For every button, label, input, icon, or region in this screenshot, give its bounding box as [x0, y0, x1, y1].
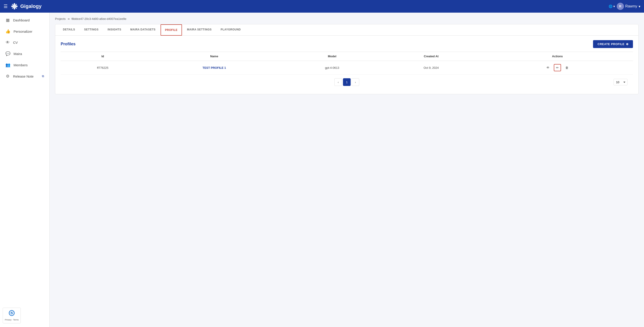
cell-name: TEST PROFILE 1 [145, 61, 284, 75]
sidebar-item-label: Dashboard [13, 18, 44, 22]
tab-playground[interactable]: PLAYGROUND [217, 24, 245, 36]
recaptcha-badge: Privacy · Terms [3, 308, 21, 324]
sidebar-item-cv[interactable]: 👁 CV [0, 37, 50, 48]
language-dropdown-chevron: ▾ [613, 4, 615, 8]
tab-insights[interactable]: INSIGHTS [104, 24, 125, 36]
breadcrumb-arrow: ➜ [68, 17, 70, 20]
create-profile-button[interactable]: CREATE PROFILE ⊕ [593, 40, 633, 48]
user-name: Rawmy [625, 4, 637, 8]
sidebar-item-members[interactable]: 👥 Members [0, 59, 50, 70]
sidebar-item-label: Maira [14, 52, 44, 56]
breadcrumb-projects[interactable]: Projects [55, 17, 66, 20]
tab-maira-datasets[interactable]: MAIRA DATASETS [126, 24, 160, 36]
members-icon: 👥 [6, 62, 10, 68]
svg-point-1 [14, 3, 15, 4]
cell-model: gpt-4-0613 [284, 61, 381, 75]
chat-icon: 💬 [6, 51, 10, 56]
globe-icon: 🌐 [608, 4, 612, 8]
recaptcha-text: Privacy · Terms [5, 319, 18, 321]
user-menu[interactable]: R Rawmy ▾ [617, 3, 640, 10]
col-header-id: Id [61, 52, 145, 61]
language-selector[interactable]: 🌐 ▾ [608, 4, 615, 8]
table-row: ff776225 TEST PROFILE 1 gpt-4-0613 Oct 9… [61, 61, 633, 75]
svg-point-7 [12, 8, 13, 8]
external-link-icon: ⧉ [42, 74, 44, 78]
breadcrumb: Projects ➜ f8ddce47-20c3-4d00-a6ee-d4007… [55, 17, 638, 20]
sidebar-item-label: Personalizer [14, 30, 44, 34]
sidebar-item-maira[interactable]: 💬 Maira [0, 48, 50, 59]
sidebar-item-label: Members [14, 63, 44, 67]
main-content: Projects ➜ f8ddce47-20c3-4d00-a6ee-d4007… [50, 13, 644, 327]
sidebar-item-dashboard[interactable]: ▦ Dashboard [0, 14, 50, 26]
cell-created-at: Oct 9, 2024 [381, 61, 482, 75]
plus-circle-icon: ⊕ [626, 42, 629, 46]
tab-profile[interactable]: PROFILE [160, 24, 182, 36]
sidebar-item-label: Release Note [13, 74, 39, 78]
profiles-title: Profiles [61, 42, 76, 46]
logo-icon [10, 2, 18, 10]
view-profile-button[interactable]: 👁 [544, 64, 552, 71]
page-size-selector[interactable]: 10 25 50 100 [614, 79, 628, 86]
svg-point-6 [16, 4, 17, 5]
sidebar: ▦ Dashboard 👍 Personalizer 👁 CV 💬 Maira … [0, 13, 50, 327]
delete-profile-button[interactable]: 🗑 [563, 64, 570, 71]
col-header-actions: Actions [482, 52, 633, 61]
eye-icon: 👁 [6, 40, 10, 45]
hamburger-menu-button[interactable]: ☰ [4, 4, 8, 9]
edit-profile-button[interactable]: ✏ [554, 64, 561, 71]
dashboard-icon: ▦ [6, 18, 10, 22]
svg-point-2 [14, 8, 15, 10]
svg-point-8 [16, 8, 17, 8]
svg-point-5 [12, 4, 13, 5]
pagination-next-button[interactable]: › [352, 78, 359, 86]
breadcrumb-project-id: f8ddce47-20c3-4d00-a6ee-d4007ea1ee9e [72, 17, 126, 20]
col-header-name: Name [145, 52, 284, 61]
profile-name-link[interactable]: TEST PROFILE 1 [202, 66, 226, 70]
tab-maira-settings[interactable]: MAIRA SETTINGS [183, 24, 216, 36]
pagination-prev-button[interactable]: ‹ [334, 78, 342, 86]
thumbsup-icon: 👍 [6, 29, 10, 34]
profiles-section: Profiles CREATE PROFILE ⊕ Id Name Model … [55, 36, 638, 94]
sidebar-item-release-note[interactable]: ⚙ Release Note ⧉ [0, 70, 50, 82]
project-card: DETAILS SETTINGS INSIGHTS MAIRA DATASETS… [55, 24, 638, 94]
sidebar-item-label: CV [13, 40, 44, 44]
profiles-header: Profiles CREATE PROFILE ⊕ [61, 40, 633, 48]
sidebar-item-personalizer[interactable]: 👍 Personalizer [0, 26, 50, 37]
top-navigation: ☰ Gigalogy 🌐 ▾ R Rawmy [0, 0, 644, 13]
col-header-model: Model [284, 52, 381, 61]
tab-details[interactable]: DETAILS [59, 24, 79, 36]
tab-bar: DETAILS SETTINGS INSIGHTS MAIRA DATASETS… [55, 24, 638, 36]
svg-point-4 [16, 6, 18, 7]
profiles-table: Id Name Model Created At Actions ff77622… [61, 52, 633, 75]
logo: Gigalogy [10, 2, 42, 10]
pagination-page-1[interactable]: 1 [343, 78, 351, 86]
tab-settings[interactable]: SETTINGS [80, 24, 102, 36]
gear-icon: ⚙ [6, 74, 10, 79]
cell-actions: 👁 ✏ 🗑 [482, 61, 633, 75]
table-header-row: Id Name Model Created At Actions [61, 52, 633, 61]
svg-point-3 [11, 6, 13, 7]
user-dropdown-chevron: ▾ [638, 4, 640, 8]
logo-text: Gigalogy [20, 4, 42, 9]
recaptcha-logo [8, 310, 15, 318]
pagination: ‹ 1 › 10 25 50 100 [61, 75, 633, 90]
col-header-created-at: Created At [381, 52, 482, 61]
user-avatar: R [617, 3, 624, 10]
cell-id: ff776225 [61, 61, 145, 75]
